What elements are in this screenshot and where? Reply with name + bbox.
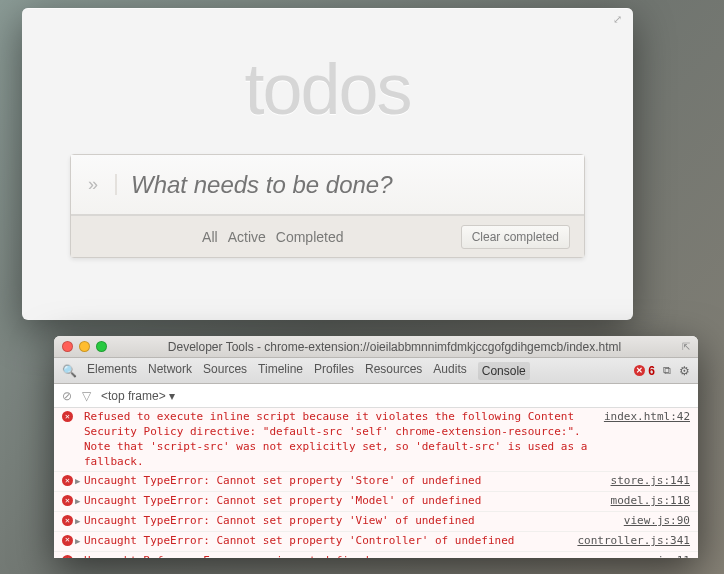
tab-network[interactable]: Network xyxy=(148,362,192,380)
error-source-link[interactable]: view.js:90 xyxy=(614,514,690,529)
disclosure-triangle-icon[interactable]: ▶ xyxy=(75,475,80,487)
filter-icon[interactable]: ▽ xyxy=(82,389,91,403)
error-message: Uncaught TypeError: Cannot set property … xyxy=(84,514,614,529)
error-source-link[interactable]: app.js:11 xyxy=(620,554,690,558)
app-heading: todos xyxy=(70,48,585,130)
gear-icon[interactable]: ⚙ xyxy=(679,364,690,378)
disclosure-triangle-icon[interactable]: ▶ xyxy=(75,555,80,558)
app-titlebar[interactable]: ⤢ xyxy=(22,8,633,30)
filter-all[interactable]: All xyxy=(202,229,218,245)
console-error-row[interactable]: ✕▶Uncaught TypeError: Cannot set propert… xyxy=(54,492,698,512)
error-icon: ✕ xyxy=(62,475,73,486)
tab-resources[interactable]: Resources xyxy=(365,362,422,380)
expand-icon[interactable]: ⤢ xyxy=(613,13,625,25)
error-icon: ✕ xyxy=(62,555,73,558)
clear-console-icon[interactable]: ⊘ xyxy=(62,389,72,403)
error-message: Uncaught TypeError: Cannot set property … xyxy=(84,494,601,509)
disclosure-triangle-icon[interactable]: ▶ xyxy=(75,515,80,527)
console-subbar: ⊘ ▽ <top frame> ▾ xyxy=(54,384,698,408)
search-icon[interactable]: 🔍 xyxy=(62,364,77,378)
filter-completed[interactable]: Completed xyxy=(276,229,344,245)
disclosure-triangle-icon[interactable]: ▶ xyxy=(75,495,80,507)
tab-elements[interactable]: Elements xyxy=(87,362,137,380)
error-source-link[interactable]: controller.js:341 xyxy=(567,534,690,549)
clear-completed-button[interactable]: Clear completed xyxy=(461,225,570,249)
close-icon[interactable] xyxy=(62,341,73,352)
console-error-row[interactable]: ✕▶Uncaught TypeError: Cannot set propert… xyxy=(54,512,698,532)
console-error-row[interactable]: ✕▶Uncaught ReferenceError: app is not de… xyxy=(54,552,698,558)
devtools-toolbar: 🔍 Elements Network Sources Timeline Prof… xyxy=(54,358,698,384)
tab-audits[interactable]: Audits xyxy=(433,362,466,380)
devtools-titlebar[interactable]: Developer Tools - chrome-extension://oie… xyxy=(54,336,698,358)
filter-list: All Active Completed xyxy=(85,229,461,245)
devtools-title: Developer Tools - chrome-extension://oie… xyxy=(107,340,682,354)
zoom-icon[interactable] xyxy=(96,341,107,352)
error-icon: ✕ xyxy=(62,535,73,546)
devtools-tabs: Elements Network Sources Timeline Profil… xyxy=(87,362,634,380)
tab-console[interactable]: Console xyxy=(478,362,530,380)
error-count-value: 6 xyxy=(648,364,655,378)
error-icon: ✕ xyxy=(62,411,73,422)
error-icon: ✕ xyxy=(634,365,645,376)
devtools-window: Developer Tools - chrome-extension://oie… xyxy=(54,336,698,558)
minimize-icon[interactable] xyxy=(79,341,90,352)
todo-container: » All Active Completed Clear completed xyxy=(70,154,585,258)
disclosure-triangle-icon[interactable]: ▶ xyxy=(75,535,80,547)
frame-select[interactable]: <top frame> ▾ xyxy=(101,389,175,403)
console-error-row[interactable]: ✕Refused to execute inline script becaus… xyxy=(54,408,698,472)
expand-icon[interactable]: ⇱ xyxy=(682,341,690,352)
error-source-link[interactable]: model.js:118 xyxy=(601,494,690,509)
console-error-row[interactable]: ✕▶Uncaught TypeError: Cannot set propert… xyxy=(54,472,698,492)
error-source-link[interactable]: store.js:141 xyxy=(601,474,690,489)
console-output: ✕Refused to execute inline script becaus… xyxy=(54,408,698,558)
error-message: Uncaught ReferenceError: app is not defi… xyxy=(84,554,620,558)
error-message: Uncaught TypeError: Cannot set property … xyxy=(84,474,601,489)
toggle-all-icon[interactable]: » xyxy=(71,174,117,195)
app-content: todos » All Active Completed Clear compl… xyxy=(22,48,633,258)
error-message: Uncaught TypeError: Cannot set property … xyxy=(84,534,567,549)
toolbar-right: ✕ 6 ⧉ ⚙ xyxy=(634,364,690,378)
error-source-link[interactable]: index.html:42 xyxy=(594,410,690,469)
traffic-lights xyxy=(62,341,107,352)
filter-active[interactable]: Active xyxy=(228,229,266,245)
console-error-row[interactable]: ✕▶Uncaught TypeError: Cannot set propert… xyxy=(54,532,698,552)
todo-input-row: » xyxy=(71,155,584,215)
error-icon: ✕ xyxy=(62,515,73,526)
new-todo-input[interactable] xyxy=(117,155,584,214)
tab-timeline[interactable]: Timeline xyxy=(258,362,303,380)
todo-footer: All Active Completed Clear completed xyxy=(71,215,584,257)
tab-profiles[interactable]: Profiles xyxy=(314,362,354,380)
app-window: ⤢ todos » All Active Completed Clear com… xyxy=(22,8,633,320)
error-message: Refused to execute inline script because… xyxy=(84,410,594,469)
error-count-badge[interactable]: ✕ 6 xyxy=(634,364,655,378)
tab-sources[interactable]: Sources xyxy=(203,362,247,380)
drawer-icon[interactable]: ⧉ xyxy=(663,364,671,377)
error-icon: ✕ xyxy=(62,495,73,506)
